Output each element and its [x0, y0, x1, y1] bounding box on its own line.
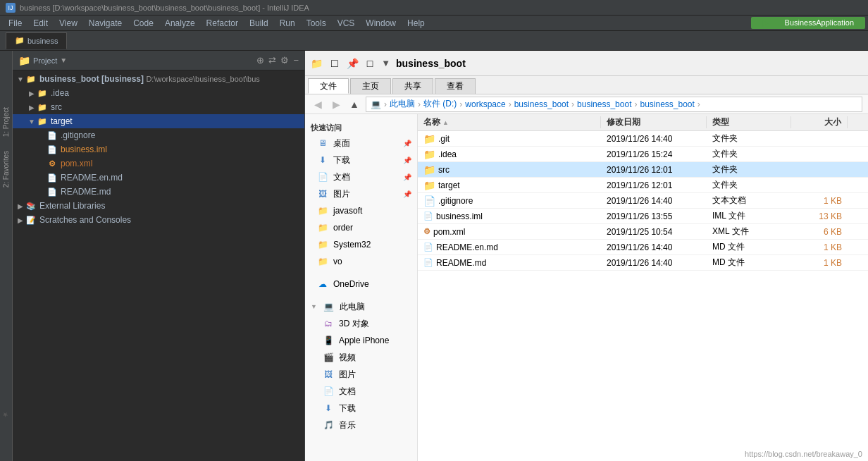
nav-vo[interactable]: 📁 vo: [305, 253, 417, 270]
file-row[interactable]: ⚙ pom.xml 2019/11/25 10:54 XML 文件 6 KB: [418, 224, 868, 240]
file-row[interactable]: 📁 target 2019/11/26 12:01 文件夹: [418, 178, 868, 193]
forward-button[interactable]: ▶: [329, 97, 343, 111]
toolbar-up[interactable]: □: [364, 55, 376, 72]
menu-view[interactable]: View: [54, 17, 83, 30]
explorer-tab-view[interactable]: 查看: [435, 78, 476, 94]
back-button[interactable]: ◀: [311, 97, 325, 111]
menu-vcs[interactable]: VCS: [332, 17, 361, 30]
nav-pictures[interactable]: 🖼 图片 📌: [305, 185, 417, 202]
menu-analyze[interactable]: Analyze: [159, 17, 201, 30]
menu-run[interactable]: Run: [274, 17, 301, 30]
header-type[interactable]: 类型: [707, 116, 791, 128]
vertical-tab-favorites[interactable]: 2: Favorites: [2, 151, 10, 188]
explorer-tab-file[interactable]: 文件: [308, 78, 349, 94]
documents-icon: 📄: [322, 385, 335, 398]
tree-label-target: target: [51, 116, 73, 126]
project-panel-header: 📁 Project ▼ ⊕ ⇄ ⚙ −: [13, 51, 304, 70]
breadcrumb-pc[interactable]: 此电脑: [390, 98, 415, 110]
images-icon: 🖼: [322, 368, 335, 381]
breadcrumb-bb2[interactable]: business_boot: [577, 99, 631, 109]
md-icon: 📄: [423, 258, 433, 267]
explorer-tab-share[interactable]: 共享: [392, 78, 433, 94]
file-row[interactable]: 📁 src 2019/11/26 12:01 文件夹: [418, 162, 868, 178]
nav-order[interactable]: 📁 order: [305, 219, 417, 236]
nav-3d-objects[interactable]: 🗂 3D 对象: [305, 315, 417, 332]
nav-docs-label: 文档: [333, 171, 350, 183]
expand-arrow-target: ▼: [27, 118, 37, 125]
file-rows-container: 📁 .git 2019/11/26 14:40 文件夹 📁 .idea 2019…: [418, 131, 868, 271]
up-button[interactable]: ▲: [347, 97, 361, 111]
tree-item-scratches[interactable]: ▶ 📝 Scratches and Consoles: [13, 213, 304, 227]
menu-code[interactable]: Code: [128, 17, 159, 30]
nav-videos[interactable]: 🎬 视频: [305, 349, 417, 366]
vertical-tab-project[interactable]: 1: Project: [2, 107, 10, 137]
file-row[interactable]: 📁 .idea 2019/11/26 15:24 文件夹: [418, 147, 868, 162]
breadcrumb-workspace[interactable]: workspace: [465, 99, 505, 109]
nav-docs[interactable]: 📄 文档 📌: [305, 168, 417, 185]
tree-item-iml[interactable]: 📄 business.iml: [13, 142, 304, 156]
project-tree: ▼ 📁 business_boot [business] D:\workspac…: [13, 70, 304, 461]
file-row[interactable]: 📁 .git 2019/11/26 14:40 文件夹: [418, 131, 868, 147]
nav-apple-iphone[interactable]: 📱 Apple iPhone: [305, 332, 417, 349]
nav-javasoft[interactable]: 📁 javasoft: [305, 202, 417, 219]
settings-icon[interactable]: ⚙: [280, 55, 289, 66]
menu-edit[interactable]: Edit: [27, 17, 54, 30]
nav-pictures-label: 图片: [333, 188, 350, 200]
explorer-tab-home[interactable]: 主页: [350, 78, 391, 94]
close-panel-icon[interactable]: −: [293, 55, 299, 66]
iphone-icon: 📱: [322, 334, 335, 347]
collapse-icon[interactable]: ⇄: [268, 55, 276, 66]
nav-onedrive-label: OneDrive: [333, 279, 369, 289]
nav-this-pc[interactable]: ▼ 💻 此电脑: [305, 298, 417, 315]
header-size[interactable]: 大小: [791, 116, 848, 128]
nav-downloads[interactable]: ⬇ 下载: [305, 400, 417, 417]
3d-icon: 🗂: [322, 317, 335, 330]
folder-toolbar-icon: 📁: [311, 58, 323, 69]
window-title: business [D:\workspace\business_boot\bus…: [20, 4, 309, 12]
toolbar-pin[interactable]: 📌: [344, 55, 361, 72]
tree-item-gitignore[interactable]: 📄 .gitignore: [13, 128, 304, 142]
nav-onedrive[interactable]: ☁ OneDrive: [305, 276, 417, 293]
nav-documents[interactable]: 📄 文档: [305, 383, 417, 400]
tree-item-readme-en[interactable]: 📄 README.en.md: [13, 171, 304, 185]
breadcrumb-d[interactable]: 软件 (D:): [423, 98, 457, 110]
nav-download[interactable]: ⬇ 下载 📌: [305, 152, 417, 168]
tree-item-idea[interactable]: ▶ 📁 .idea: [13, 86, 304, 100]
nav-desktop[interactable]: 🖥 桌面 📌: [305, 135, 417, 152]
run-button[interactable]: ▶ BusinessApplication: [751, 17, 865, 29]
menu-navigate[interactable]: Navigate: [83, 17, 128, 30]
nav-vo-label: vo: [333, 257, 342, 266]
file-row[interactable]: 📄 business.iml 2019/11/26 13:55 IML 文件 1…: [418, 209, 868, 224]
tree-item-readme[interactable]: 📄 README.md: [13, 185, 304, 199]
sync-icon[interactable]: ⊕: [256, 55, 264, 66]
toolbar-new-folder[interactable]: □: [328, 55, 341, 72]
file-row[interactable]: 📄 README.md 2019/11/26 14:40 MD 文件 1 KB: [418, 255, 868, 271]
star-icon[interactable]: ★: [1, 411, 9, 419]
header-date[interactable]: 修改日期: [601, 116, 707, 128]
menu-help[interactable]: Help: [402, 17, 430, 30]
menu-window[interactable]: Window: [360, 17, 402, 30]
nav-images[interactable]: 🖼 图片: [305, 366, 417, 383]
pc-expand-arrow: ▼: [311, 303, 317, 310]
breadcrumb-bb3[interactable]: business_boot: [640, 99, 694, 109]
menu-refactor[interactable]: Refactor: [201, 17, 244, 30]
menu-tools[interactable]: Tools: [301, 17, 332, 30]
nav-system32[interactable]: 📁 System32: [305, 236, 417, 253]
nav-music[interactable]: 🎵 音乐: [305, 417, 417, 434]
menu-file[interactable]: File: [3, 17, 27, 30]
menu-build[interactable]: Build: [244, 17, 274, 30]
tree-item-pom[interactable]: ⚙ pom.xml: [13, 156, 304, 171]
tree-item-src[interactable]: ▶ 📁 src: [13, 100, 304, 114]
file-row[interactable]: 📄 .gitignore 2019/11/26 14:40 文本文档 1 KB: [418, 193, 868, 209]
file-icon-readme-en: 📄: [46, 172, 58, 183]
tree-item-ext-libs[interactable]: ▶ 📚 External Libraries: [13, 199, 304, 213]
tree-item-target[interactable]: ▼ 📁 target: [13, 114, 304, 128]
address-path-box[interactable]: 💻 › 此电脑 › 软件 (D:) › workspace › business…: [366, 97, 862, 112]
tab-business[interactable]: 📁 business: [6, 32, 67, 49]
tree-item-root[interactable]: ▼ 📁 business_boot [business] D:\workspac…: [13, 72, 304, 86]
header-name[interactable]: 名称 ▲: [418, 116, 601, 128]
tree-label-idea: .idea: [51, 88, 69, 98]
dropdown-arrow[interactable]: ▼: [60, 56, 67, 64]
breadcrumb-bb1[interactable]: business_boot: [514, 99, 569, 109]
file-row[interactable]: 📄 README.en.md 2019/11/26 14:40 MD 文件 1 …: [418, 240, 868, 255]
